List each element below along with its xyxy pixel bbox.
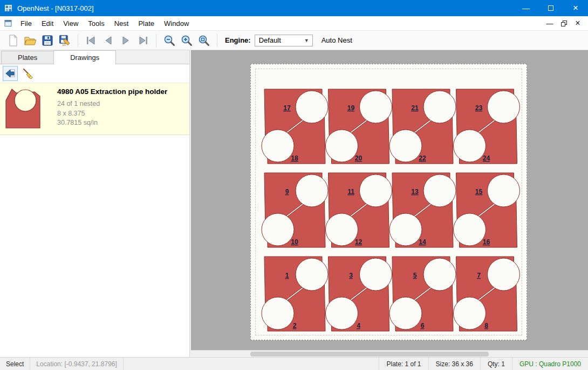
part-number: 15 [475, 188, 483, 196]
window-title: OpenNest - [N0317-002] [17, 4, 94, 12]
scrollbar-thumb[interactable] [250, 352, 489, 356]
mdi-minimize-button[interactable]: — [544, 18, 556, 28]
part-number: 4 [357, 322, 360, 329]
app-icon [4, 4, 13, 12]
part-number: 24 [483, 154, 490, 162]
menu-edit[interactable]: Edit [37, 17, 58, 30]
part-hole [360, 91, 392, 123]
status-spacer [124, 358, 379, 370]
drawing-list-item[interactable]: 4980 A05 Extraction pipe holder 24 of 1 … [0, 83, 189, 135]
drawing-info: 4980 A05 Extraction pipe holder 24 of 1 … [57, 86, 167, 131]
part-number: 23 [475, 104, 483, 112]
auto-nest-button[interactable]: Auto Nest [322, 36, 352, 44]
go-last-icon [136, 34, 149, 47]
go-last-button[interactable] [134, 32, 152, 49]
go-previous-icon [102, 34, 115, 47]
zoom-extents-icon [197, 34, 210, 47]
sidebar: Plates Drawings [0, 50, 190, 357]
zoom-in-icon [180, 34, 193, 47]
menu-window[interactable]: Window [159, 17, 194, 30]
status-plate: Plate: 1 of 1 [379, 358, 428, 370]
toolbar-separator [78, 34, 78, 47]
zoom-in-button[interactable] [178, 32, 195, 49]
part-number: 8 [484, 322, 488, 329]
part-number: 14 [419, 238, 426, 246]
zoom-extents-button[interactable] [195, 32, 213, 49]
title-bar: OpenNest - [N0317-002] — × [0, 0, 588, 16]
main-toolbar: Engine: Default ▼ Auto Nest [0, 31, 588, 50]
part-hole [262, 213, 294, 246]
part-number: 9 [285, 188, 289, 196]
zoom-out-icon [163, 34, 176, 47]
open-button[interactable] [22, 32, 39, 49]
engine-select[interactable]: Default ▼ [255, 35, 313, 46]
drawing-nested-count: 24 of 1 nested [57, 99, 167, 109]
part-number: 3 [349, 272, 353, 279]
menu-view[interactable]: View [58, 17, 83, 30]
menu-bar: File Edit View Tools Nest Plate Window —… [0, 16, 588, 31]
clean-button[interactable] [20, 66, 36, 81]
part-number: 1 [285, 272, 289, 279]
status-size: Size: 36 x 36 [428, 358, 480, 370]
part-hole [360, 258, 392, 291]
sidebar-tabstrip: Plates Drawings [0, 50, 189, 64]
zoom-out-button[interactable] [161, 32, 178, 49]
clean-icon [22, 68, 34, 79]
nest-layout[interactable]: 171819202122232491011121314151612345678 [251, 64, 528, 341]
part-number: 22 [419, 154, 426, 162]
part-hole [296, 174, 328, 207]
plate[interactable]: 171819202122232491011121314151612345678 [250, 64, 527, 340]
part-number: 16 [483, 238, 490, 246]
status-gpu: GPU : Quadro P1000 [512, 358, 588, 370]
part-hole [262, 297, 294, 329]
part-number: 13 [411, 188, 419, 196]
mdi-restore-button[interactable] [558, 18, 570, 28]
part-hole [262, 130, 294, 162]
part-hole [389, 213, 422, 246]
drawing-title: 4980 A05 Extraction pipe holder [57, 88, 167, 96]
status-bar: Select Location: [-0.9437, 21.8796] Plat… [0, 357, 588, 370]
save-icon [41, 34, 54, 47]
go-next-icon [119, 34, 132, 47]
status-mode: Select [0, 358, 30, 370]
engine-value: Default [259, 36, 281, 44]
drawings-toolbar [0, 64, 189, 83]
move-to-plate-icon [5, 68, 16, 79]
go-previous-button[interactable] [100, 32, 117, 49]
part-number: 19 [347, 104, 355, 112]
part-hole [296, 258, 328, 291]
move-to-plate-button[interactable] [3, 66, 18, 81]
menu-tools[interactable]: Tools [83, 17, 109, 30]
toolbar-separator [156, 34, 156, 47]
part-hole [389, 130, 422, 162]
part-hole [454, 130, 486, 162]
save-button[interactable] [39, 32, 56, 49]
save-as-icon [58, 34, 71, 47]
part-number: 6 [421, 322, 425, 329]
save-as-button[interactable] [56, 32, 73, 49]
nest-viewport[interactable]: 171819202122232491011121314151612345678 [191, 50, 588, 350]
window-maximize-button[interactable] [538, 0, 563, 16]
part-number: 17 [283, 104, 291, 112]
part-number: 20 [355, 154, 363, 162]
part-hole [488, 91, 520, 123]
new-button[interactable] [4, 32, 22, 49]
go-next-button[interactable] [117, 32, 134, 49]
menu-plate[interactable]: Plate [133, 17, 159, 30]
status-location: Location: [-0.9437, 21.8796] [30, 358, 123, 370]
mdi-close-button[interactable]: × [572, 18, 584, 28]
tab-plates[interactable]: Plates [1, 51, 54, 64]
tab-drawings[interactable]: Drawings [53, 50, 116, 64]
document-icon [4, 19, 12, 28]
open-folder-icon [24, 34, 37, 47]
drawing-size: 8 x 8.375 [57, 109, 167, 119]
menu-nest[interactable]: Nest [110, 17, 134, 30]
part-number: 5 [413, 272, 417, 279]
canvas-area: 171819202122232491011121314151612345678 [191, 50, 588, 357]
horizontal-scrollbar[interactable] [191, 350, 588, 357]
window-minimize-button[interactable]: — [514, 0, 538, 16]
part-hole [488, 174, 520, 207]
window-close-button[interactable]: × [563, 0, 588, 16]
go-first-button[interactable] [83, 32, 100, 49]
menu-file[interactable]: File [16, 17, 37, 30]
